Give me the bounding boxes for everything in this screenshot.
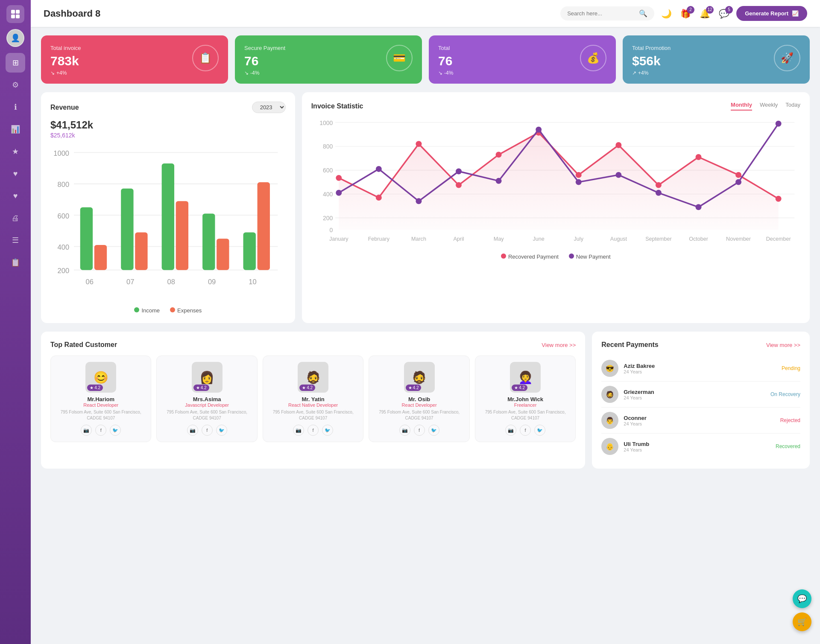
svg-point-48 xyxy=(615,142,621,148)
recent-payments-view-more[interactable]: View more >> xyxy=(766,342,800,348)
stat-badge-total: ↘-4% xyxy=(438,70,453,76)
chart-icon: 📈 xyxy=(792,10,799,17)
fab-support[interactable]: 💬 xyxy=(793,589,811,608)
svg-text:600: 600 xyxy=(58,212,70,220)
svg-point-56 xyxy=(456,169,462,175)
sidebar-item-dashboard[interactable]: ⊞ xyxy=(6,53,25,73)
chat-badge: 5 xyxy=(725,6,733,14)
stat-icon-promo: 🚀 xyxy=(774,45,800,71)
svg-text:January: January xyxy=(329,236,348,242)
customer-avatar-1: 👩 ★ 4.2 xyxy=(192,362,223,393)
top-customers-view-more[interactable]: View more >> xyxy=(542,342,576,348)
svg-rect-1 xyxy=(16,10,20,14)
twitter-icon-4[interactable]: 🐦 xyxy=(534,425,545,436)
sidebar-item-settings[interactable]: ⚙ xyxy=(6,75,25,95)
sidebar-item-reports[interactable]: 📋 xyxy=(6,253,25,272)
customer-avatar-4: 👩‍🦱 ★ 4.2 xyxy=(510,362,541,393)
facebook-icon-4[interactable]: f xyxy=(520,425,531,436)
instagram-icon-2[interactable]: 📷 xyxy=(293,425,304,436)
stat-label-invoice: Total invoice xyxy=(50,45,81,51)
svg-point-57 xyxy=(495,178,501,184)
payment-status-1: On Recovery xyxy=(770,391,800,397)
svg-point-44 xyxy=(456,182,462,188)
twitter-icon-3[interactable]: 🐦 xyxy=(428,425,439,436)
invoice-tab-group: Monthly Weekly Today xyxy=(731,102,800,111)
theme-toggle-btn[interactable]: 🌙 xyxy=(661,9,672,19)
sidebar: 👤 ⊞ ⚙ ℹ 📊 ★ ♥ ♥ 🖨 ☰ 📋 xyxy=(0,0,31,644)
customer-name-2: Mr. Yatin xyxy=(267,396,359,402)
instagram-icon-0[interactable]: 📷 xyxy=(81,425,92,436)
customer-role-1: Javascript Developer xyxy=(161,402,252,408)
customer-addr-1: 795 Folsom Ave, Suite 600 San Francisco,… xyxy=(161,409,252,421)
payment-item-3: 👴 Uli Trumb 24 Years Recovered xyxy=(601,434,800,459)
svg-rect-20 xyxy=(202,214,215,270)
svg-point-62 xyxy=(695,204,701,210)
svg-point-42 xyxy=(376,195,382,201)
sidebar-item-favorites[interactable]: ★ xyxy=(6,142,25,161)
customer-addr-2: 795 Folsom Ave, Suite 600 San Francisco,… xyxy=(267,409,359,421)
svg-point-47 xyxy=(575,172,581,178)
facebook-icon-0[interactable]: f xyxy=(95,425,106,436)
header: Dashboard 8 🔍 🌙 🎁 2 🔔 12 💬 5 Generate Re… xyxy=(31,0,820,27)
instagram-icon-3[interactable]: 📷 xyxy=(399,425,410,436)
year-select[interactable]: 202320222021 xyxy=(252,102,286,113)
sidebar-item-liked[interactable]: ♥ xyxy=(6,164,25,184)
payment-item-2: 👨 Oconner 24 Years Rejected xyxy=(601,408,800,434)
search-input[interactable] xyxy=(567,10,636,17)
facebook-icon-3[interactable]: f xyxy=(414,425,425,436)
svg-point-41 xyxy=(336,175,342,181)
page-body: Total invoice 783k ↘+4% 📋 Secure Payment… xyxy=(31,27,820,644)
svg-point-64 xyxy=(775,121,781,127)
top-customers-card: Top Rated Customer View more >> 😊 ★ 4.2 … xyxy=(41,332,585,469)
instagram-icon-4[interactable]: 📷 xyxy=(505,425,516,436)
facebook-icon-1[interactable]: f xyxy=(202,425,213,436)
svg-text:08: 08 xyxy=(167,278,175,286)
sidebar-item-menu[interactable]: ☰ xyxy=(6,230,25,250)
customer-name-3: Mr. Osib xyxy=(373,396,465,402)
bell-icon-btn[interactable]: 🔔 12 xyxy=(700,9,710,19)
stat-label-payment: Secure Payment xyxy=(244,45,285,51)
tab-monthly[interactable]: Monthly xyxy=(731,102,752,111)
twitter-icon-2[interactable]: 🐦 xyxy=(322,425,333,436)
payment-item-0: 😎 Aziz Bakree 24 Years Pending xyxy=(601,356,800,382)
sidebar-item-wishlist[interactable]: ♥ xyxy=(6,186,25,206)
stat-card-invoice: Total invoice 783k ↘+4% 📋 xyxy=(41,35,228,84)
svg-point-59 xyxy=(575,179,581,185)
sidebar-item-print[interactable]: 🖨 xyxy=(6,208,25,228)
tab-today[interactable]: Today xyxy=(785,102,800,111)
chat-icon-btn[interactable]: 💬 5 xyxy=(719,9,729,19)
sidebar-item-info[interactable]: ℹ xyxy=(6,97,25,117)
twitter-icon-1[interactable]: 🐦 xyxy=(216,425,227,436)
svg-text:0: 0 xyxy=(329,227,333,233)
fab-cart[interactable]: 🛒 xyxy=(793,612,811,631)
search-icon: 🔍 xyxy=(639,9,647,17)
generate-report-button[interactable]: Generate Report 📈 xyxy=(736,6,807,21)
payment-age-1: 24 Years xyxy=(624,395,654,400)
svg-point-52 xyxy=(775,196,781,202)
search-container[interactable]: 🔍 xyxy=(560,6,654,20)
customer-name-0: Mr.Hariom xyxy=(55,396,146,402)
svg-text:07: 07 xyxy=(126,278,134,286)
social-icons-0: 📷 f 🐦 xyxy=(55,425,146,436)
twitter-icon-0[interactable]: 🐦 xyxy=(110,425,121,436)
facebook-icon-2[interactable]: f xyxy=(308,425,319,436)
instagram-icon-1[interactable]: 📷 xyxy=(187,425,198,436)
svg-text:600: 600 xyxy=(323,167,333,174)
svg-text:December: December xyxy=(766,236,791,242)
gift-icon-btn[interactable]: 🎁 2 xyxy=(680,9,691,19)
stat-badge-promo: ↗+4% xyxy=(632,70,671,76)
sidebar-item-analytics[interactable]: 📊 xyxy=(6,119,25,139)
svg-text:09: 09 xyxy=(208,278,216,286)
tab-weekly[interactable]: Weekly xyxy=(760,102,778,111)
sidebar-logo[interactable] xyxy=(6,5,24,23)
customer-avatar-3: 🧔 ★ 4.2 xyxy=(404,362,435,393)
svg-text:November: November xyxy=(726,236,751,242)
svg-text:400: 400 xyxy=(323,191,333,198)
avatar[interactable]: 👤 xyxy=(6,29,24,47)
payment-name-0: Aziz Bakree xyxy=(624,363,655,369)
svg-text:400: 400 xyxy=(58,243,70,251)
invoice-line-chart: 1000 800 600 400 200 0 xyxy=(311,117,800,248)
invoice-legend: Recovered Payment New Payment xyxy=(311,254,800,260)
customer-avatar-2: 🧔 ★ 4.2 xyxy=(298,362,328,393)
customer-addr-3: 795 Folsom Ave, Suite 600 San Francisco,… xyxy=(373,409,465,421)
